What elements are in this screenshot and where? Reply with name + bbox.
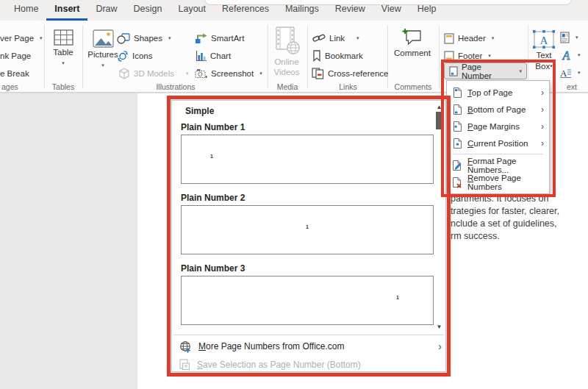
header-icon xyxy=(444,33,454,44)
submenu-arrow-icon: › xyxy=(541,104,544,115)
svg-text:A: A xyxy=(540,35,548,46)
page-preview: 1 xyxy=(181,135,434,184)
bookmark-label: Bookmark xyxy=(325,51,363,60)
menu-divider xyxy=(453,154,543,154)
chevron-down-icon: ▾ xyxy=(576,35,578,40)
save-selection-item: Save Selection as Page Number (Bottom) xyxy=(179,356,442,374)
page-preview: 1 xyxy=(181,205,434,254)
menu-item-page-margins[interactable]: Page Margins › xyxy=(447,118,549,135)
page-number-sample: 1 xyxy=(396,295,399,300)
scroll-down-icon[interactable]: ▼ xyxy=(435,323,443,331)
menu-item-top-of-page[interactable]: Top of Page › xyxy=(447,84,549,101)
smartart-button[interactable]: SmartArt xyxy=(195,32,244,45)
menu-item-bottom-of-page[interactable]: Bottom of Page › xyxy=(447,101,549,118)
current-position-icon xyxy=(452,138,462,149)
word-window: { "tabs": { "selected": "Insert", "items… xyxy=(0,0,588,389)
comment-icon xyxy=(402,28,423,46)
drop-cap-icon: A xyxy=(560,68,572,79)
chart-button[interactable]: Chart xyxy=(196,49,231,63)
text-box-button[interactable]: A Text Box ▾ xyxy=(530,29,558,71)
shapes-button[interactable]: Shapes ▾ xyxy=(117,32,171,45)
gallery-item-title: Plain Number 1 xyxy=(181,122,434,132)
links-group-label: Links xyxy=(309,82,387,91)
menu-item-label: Bottom of Page xyxy=(467,105,526,114)
online-videos-button: Online Videos xyxy=(271,26,302,77)
wordart-button[interactable]: A ▾ xyxy=(561,49,581,62)
menu-item-current-position[interactable]: Current Position › xyxy=(447,135,549,151)
cover-page-button[interactable]: ver Page ▾ xyxy=(0,32,43,45)
cross-reference-icon xyxy=(312,68,324,79)
divider xyxy=(173,335,444,335)
submenu-arrow-icon: › xyxy=(541,88,544,98)
chevron-down-icon: ▾ xyxy=(519,68,522,74)
cross-reference-button[interactable]: Cross-reference xyxy=(312,67,388,80)
blank-page-button[interactable]: nk Page xyxy=(0,49,31,63)
comment-label: Comment xyxy=(394,48,431,58)
more-page-numbers-item[interactable]: More Page Numbers from Office.com › xyxy=(179,338,442,355)
quick-parts-button[interactable]: ▾ xyxy=(560,31,578,44)
gallery-item-plain-number-2[interactable]: Plain Number 2 1 xyxy=(181,193,434,254)
table-button[interactable]: Table ▾ xyxy=(47,29,79,68)
tab-draw[interactable]: Draw xyxy=(87,0,125,21)
footer-icon xyxy=(444,51,454,62)
gallery-item-plain-number-3[interactable]: Plain Number 3 1 xyxy=(181,263,434,325)
icons-label: Icons xyxy=(132,51,153,60)
tab-review[interactable]: Review xyxy=(327,0,373,21)
svg-text:A: A xyxy=(560,68,567,79)
menu-item-remove-page-numbers[interactable]: Remove Page Numbers xyxy=(447,174,549,190)
shapes-label: Shapes xyxy=(134,34,162,43)
group-separator xyxy=(528,25,528,88)
page-break-button[interactable]: e Break xyxy=(0,67,29,80)
group-separator xyxy=(439,25,440,88)
document-text-line: partments. It focuses on xyxy=(451,193,548,204)
comment-button[interactable]: Comment xyxy=(392,28,433,58)
format-page-numbers-icon xyxy=(452,160,462,171)
document-text-line: rm success. xyxy=(451,231,500,241)
page-number-sample: 1 xyxy=(210,154,213,159)
footer-button[interactable]: Footer ▾ xyxy=(444,49,491,63)
tab-insert[interactable]: Insert xyxy=(46,0,87,21)
header-button[interactable]: Header ▾ xyxy=(444,32,494,45)
page-preview: 1 xyxy=(181,276,434,325)
chevron-down-icon: ▾ xyxy=(492,35,495,41)
more-page-numbers-label: More Page Numbers from Office.com xyxy=(198,341,345,351)
gallery-item-title: Plain Number 3 xyxy=(181,263,434,274)
tab-references[interactable]: References xyxy=(214,0,277,21)
menu-item-format-page-numbers[interactable]: Format Page Numbers... xyxy=(447,157,549,174)
pictures-button[interactable]: Pictures ▾ xyxy=(86,29,120,71)
page-number-button[interactable]: Page Number ▾ xyxy=(444,63,527,79)
page-number-label: Page Number xyxy=(462,63,513,80)
tab-layout[interactable]: Layout xyxy=(170,0,214,21)
icons-button[interactable]: Icons xyxy=(117,49,153,63)
page-number-menu: Top of Page › Bottom of Page › Page Marg… xyxy=(446,80,550,194)
tab-home[interactable]: Home xyxy=(6,0,46,21)
link-button[interactable]: Link ▾ xyxy=(312,32,359,45)
tab-design[interactable]: Design xyxy=(126,0,171,21)
screenshot-button[interactable]: Screenshot ▾ xyxy=(195,67,262,80)
link-label: Link xyxy=(329,34,345,43)
chart-icon xyxy=(196,51,207,62)
tables-group-label: Tables xyxy=(44,82,82,91)
chevron-down-icon: ▾ xyxy=(488,53,491,59)
comments-group-label: Comments xyxy=(387,82,439,91)
text-group-label: ext xyxy=(567,82,577,91)
menu-item-label: Format Page Numbers... xyxy=(467,157,544,174)
tab-mailings[interactable]: Mailings xyxy=(277,0,327,21)
chevron-down-icon: ▾ xyxy=(356,35,359,41)
screenshot-icon xyxy=(195,68,207,79)
tab-view[interactable]: View xyxy=(373,0,409,21)
group-separator xyxy=(44,25,45,88)
pages-group-label: ages xyxy=(1,82,18,91)
chevron-down-icon: ▾ xyxy=(186,71,189,76)
scrollbar-thumb[interactable] xyxy=(436,112,442,129)
submenu-arrow-icon: › xyxy=(541,138,544,149)
drop-cap-button[interactable]: A ▾ xyxy=(560,66,581,79)
online-label: Online xyxy=(274,57,298,67)
blank-page-label: nk Page xyxy=(0,51,31,60)
scroll-up-icon[interactable]: ▲ xyxy=(435,103,443,111)
tab-help[interactable]: Help xyxy=(409,0,445,21)
bookmark-button[interactable]: Bookmark xyxy=(312,49,363,63)
gallery-item-plain-number-1[interactable]: Plain Number 1 1 xyxy=(181,122,434,184)
menu-item-label: Top of Page xyxy=(467,88,512,97)
chevron-down-icon: ▾ xyxy=(578,70,581,76)
